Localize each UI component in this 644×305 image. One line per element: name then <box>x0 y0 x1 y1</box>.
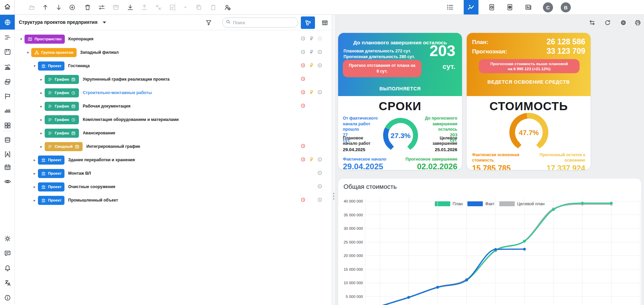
caret-collapsed-icon[interactable]: ▸ <box>38 104 45 108</box>
toolbar-sliders-button[interactable] <box>95 0 108 14</box>
tree-row[interactable]: ▸ГрафикКомплектация оборудованием и мате… <box>15 113 332 126</box>
collapse-icon <box>155 4 162 11</box>
swap-icon <box>589 19 596 26</box>
sidebar-item-database[interactable] <box>0 133 15 146</box>
avatar-c[interactable]: C <box>543 2 553 12</box>
toolbar-collapse-button[interactable] <box>152 0 165 14</box>
panel-splitter[interactable] <box>332 15 336 305</box>
toolbar-arrow-up-button[interactable] <box>39 0 52 14</box>
toolbar-arrow-down-button[interactable] <box>52 0 65 14</box>
type-badge: Проект <box>38 61 64 71</box>
toolbar-news-button[interactable] <box>522 0 535 14</box>
type-badge: График <box>45 129 79 138</box>
sidebar-item-hatch[interactable] <box>0 104 15 117</box>
caret-collapsed-icon[interactable]: ▸ <box>31 185 38 189</box>
avatar-b[interactable]: B <box>561 2 571 12</box>
caret-collapsed-icon[interactable]: ▸ <box>38 77 45 82</box>
tree-row[interactable]: ▾ПространствоКорпорация <box>15 32 332 46</box>
sidebar-item-windows[interactable] <box>0 75 15 88</box>
toolbar-doc-globe-button[interactable] <box>503 0 516 14</box>
caret-collapsed-icon[interactable]: ▸ <box>38 118 45 122</box>
search-input[interactable] <box>233 20 290 25</box>
toolbar-download-button[interactable] <box>124 0 137 14</box>
duration-card: До планового завершения осталось Планова… <box>338 33 462 170</box>
tree-row[interactable]: ▸ГрафикРабочая документация <box>15 99 332 113</box>
sidebar-item-kanban[interactable] <box>0 45 15 58</box>
globe-icon <box>4 18 11 26</box>
tree-row-label: Корпорация <box>68 37 94 41</box>
toolbar-upload-button[interactable] <box>138 0 151 14</box>
sidebar-item-calendar[interactable] <box>0 160 15 174</box>
tree-row[interactable]: ▾ПроектГостиница <box>15 59 332 73</box>
tree-row[interactable]: ▾Группа проектовЗападный филиал <box>15 46 332 59</box>
caret-collapsed-icon[interactable]: ▸ <box>38 131 45 135</box>
toolbar-list-button[interactable] <box>444 0 456 14</box>
caret-expanded-icon[interactable]: ▾ <box>18 37 25 41</box>
caret-collapsed-icon[interactable]: ▸ <box>31 171 38 176</box>
print-button[interactable] <box>632 16 643 29</box>
sidebar-item-eye[interactable] <box>0 175 15 188</box>
tree-row[interactable]: ▸ПроектМонтаж ВЛ <box>15 167 332 180</box>
tree-row[interactable]: ▸ГрафикАвансирование <box>15 126 332 140</box>
total-cost-chart-panel: Общая стоимость ПланФактЦелевой план 40 … <box>338 178 642 305</box>
cost-gauge: 47.7% <box>497 104 561 159</box>
caret-collapsed-icon[interactable]: ▸ <box>38 91 45 95</box>
cal-badge-icon <box>71 77 76 82</box>
caret-expanded-icon[interactable]: ▾ <box>25 50 31 55</box>
tree-row[interactable]: ▸ПроектЗдание переработки и хранения <box>15 153 332 167</box>
sidebar-item-flag[interactable] <box>0 89 15 103</box>
toolbar-plus-circle-button[interactable] <box>66 0 79 14</box>
toolbar-folder-open-button[interactable] <box>26 0 38 14</box>
sidebar-item-bell[interactable] <box>0 261 15 275</box>
translate-icon <box>4 279 11 287</box>
toolbar-trash-button[interactable] <box>81 0 94 14</box>
sidebar-item-grid[interactable] <box>0 119 15 132</box>
tree-row[interactable]: ▸ГрафикСтроительно-монтажные работы <box>15 86 332 99</box>
toolbar-caret-down-button[interactable] <box>179 0 192 14</box>
row-indicators <box>299 167 324 180</box>
sidebar-item-globe[interactable] <box>0 15 15 30</box>
arrow-up-icon <box>42 4 49 11</box>
toolbar-box-in-button[interactable] <box>109 0 122 14</box>
type-badge: Проект <box>38 182 64 191</box>
days-remaining-value: 203 <box>429 42 455 60</box>
tree-view-button[interactable] <box>301 16 315 29</box>
sidebar-item-sun[interactable] <box>0 232 15 245</box>
clock-status-icon <box>300 197 306 204</box>
caret-expanded-icon[interactable]: ▾ <box>31 64 38 68</box>
download-icon <box>127 4 134 11</box>
tree-row[interactable]: ▸СводныйИнтегрированный график <box>15 140 332 153</box>
caret-collapsed-icon[interactable]: ▸ <box>31 158 38 162</box>
splitter-handle[interactable] <box>333 193 334 200</box>
sidebar-item-chart-wave[interactable] <box>0 60 15 74</box>
swap-view-button[interactable] <box>586 16 598 29</box>
toolbar-paste-button[interactable] <box>207 0 220 14</box>
toolbar-user-gear-button[interactable] <box>221 0 234 14</box>
tree-row-label: Интегрированный график <box>86 144 140 149</box>
home-button[interactable] <box>0 0 15 15</box>
sidebar-item-levels[interactable] <box>0 31 15 44</box>
sidebar-item-brackets-a[interactable] <box>0 147 15 161</box>
caret-collapsed-icon[interactable]: ▸ <box>31 198 38 203</box>
tree-row[interactable]: ▸ПроектПромышленный объект <box>15 193 332 207</box>
table-view-button[interactable] <box>318 16 332 29</box>
funnel-icon <box>205 19 212 26</box>
toolbar-copy-button[interactable] <box>192 0 205 14</box>
bank-badge-icon <box>41 198 46 203</box>
sidebar-item-info[interactable] <box>0 291 15 304</box>
dashboard-view-button[interactable] <box>464 0 478 14</box>
sidebar-item-comment[interactable] <box>0 247 15 260</box>
panel-title-dropdown-caret-icon[interactable] <box>103 21 106 24</box>
refresh-button[interactable] <box>602 16 613 29</box>
tree-row[interactable]: ▸ГрафикУкрупненный график реализации про… <box>15 73 332 86</box>
toolbar-doc-clock-button[interactable] <box>485 0 498 14</box>
sidebar-item-translate[interactable] <box>0 276 15 290</box>
row-indicators <box>299 32 324 46</box>
clock-status-icon <box>300 143 306 150</box>
filter-button[interactable] <box>203 18 214 27</box>
settings-button[interactable] <box>617 16 629 29</box>
sun-icon <box>4 235 11 243</box>
tree-row[interactable]: ▸ПроектОчистные сооружения <box>15 180 332 193</box>
caret-collapsed-icon[interactable]: ▸ <box>38 144 45 149</box>
toolbar-checkbox-button[interactable] <box>166 0 179 14</box>
